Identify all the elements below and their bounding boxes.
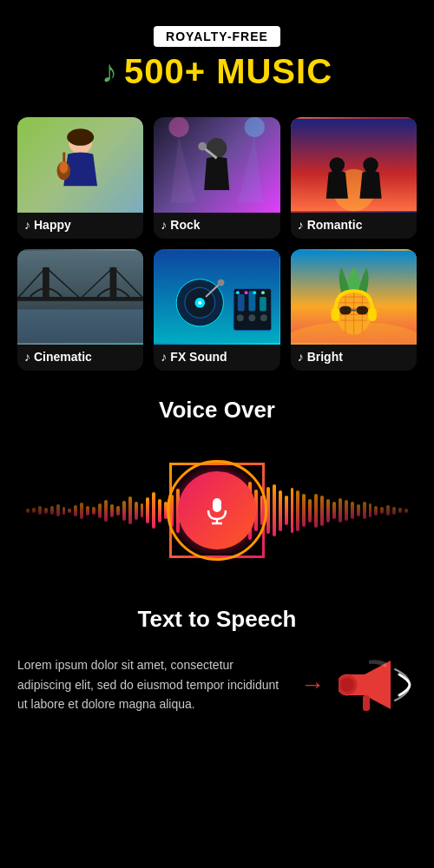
waveform-bar [380, 507, 384, 514]
music-grid: ♪ Happy ♪ Rock [0, 108, 434, 388]
waveform-bar [291, 488, 294, 533]
waveform-bar [164, 502, 168, 519]
svg-rect-53 [368, 308, 377, 322]
waveform-bar [345, 500, 348, 521]
svg-point-5 [169, 117, 189, 137]
waveform-bar [326, 499, 330, 523]
waveform-bar [279, 490, 282, 531]
svg-point-34 [237, 314, 244, 321]
svg-rect-16 [17, 297, 143, 301]
svg-point-36 [260, 314, 267, 321]
waveform-bar [285, 496, 288, 525]
music-card-happy[interactable]: ♪ Happy [17, 117, 143, 239]
svg-point-7 [207, 138, 227, 158]
svg-rect-17 [43, 267, 49, 299]
waveform-bar [135, 502, 138, 520]
waveform-bar [158, 499, 161, 523]
waveform-bar [152, 492, 155, 529]
waveform-bar [273, 484, 276, 536]
music-card-bright[interactable]: ♪ Bright [291, 249, 417, 371]
waveform-container [26, 441, 408, 580]
waveform-bar [32, 508, 36, 513]
card-label-romantic: ♪ Romantic [291, 213, 417, 239]
card-label-rock: ♪ Rock [154, 213, 279, 239]
svg-rect-63 [363, 695, 370, 711]
card-art-rock [154, 117, 279, 213]
svg-point-37 [236, 291, 240, 294]
waveform-bar [392, 507, 396, 515]
waveform-bar [122, 501, 126, 521]
card-label-cinematic: ♪ Cinematic [17, 345, 143, 371]
waveform-bar [146, 497, 149, 523]
waveform-bar [128, 496, 132, 524]
waveform-bar [80, 503, 83, 519]
card-label-fxsound: ♪ FX Sound [154, 345, 279, 371]
waveform-bar [320, 496, 324, 526]
music-title: 500+ MUSIC [124, 52, 332, 91]
svg-point-27 [199, 301, 202, 305]
mic-button[interactable] [178, 471, 256, 549]
tts-title: Text to Speech [17, 606, 417, 633]
waveform-bar [363, 502, 366, 519]
waveform-bar [86, 506, 89, 516]
waveform-bar [56, 504, 60, 516]
waveform-bar [302, 494, 306, 527]
svg-point-13 [363, 157, 378, 172]
tts-body-text: Lorem ipsum dolor sit amet, consectetur … [17, 655, 286, 713]
music-note-icon: ♪ [102, 56, 117, 88]
waveform-bar [62, 507, 66, 515]
waveform-bar [308, 499, 312, 523]
arrow-icon: → [300, 671, 325, 699]
header-section: ROYALTY-FREE ♪ 500+ MUSIC [0, 0, 434, 108]
card-art-cinematic [17, 249, 143, 345]
tts-section: Text to Speech Lorem ipsum dolor sit ame… [0, 597, 434, 737]
voice-over-section: Voice Over [0, 388, 434, 580]
card-art-bright [291, 249, 417, 345]
megaphone-icon [339, 650, 417, 720]
waveform-bar [104, 500, 108, 522]
waveform-bar [98, 503, 102, 518]
waveform-bar [386, 505, 390, 516]
svg-point-4 [59, 161, 68, 174]
voice-over-title: Voice Over [17, 397, 417, 424]
megaphone-container [339, 650, 417, 720]
svg-rect-31 [238, 294, 245, 311]
svg-rect-55 [356, 306, 368, 315]
waveform-bar [50, 506, 54, 515]
waveform-bar [116, 506, 120, 516]
waveform-bar [141, 503, 144, 517]
waveform-bar [332, 502, 336, 519]
svg-point-6 [245, 117, 265, 137]
waveform-bar [68, 509, 71, 513]
waveform-bar [110, 504, 114, 517]
waveform-bar [266, 487, 270, 534]
waveform-bar [398, 508, 402, 513]
card-label-bright: ♪ Bright [291, 345, 417, 371]
card-art-happy [17, 117, 143, 213]
waveform-bar [351, 502, 354, 519]
svg-point-35 [249, 314, 256, 321]
music-card-fxsound[interactable]: ♪ FX Sound [154, 249, 279, 371]
card-label-happy: ♪ Happy [17, 213, 143, 239]
waveform-bar [404, 509, 408, 513]
waveform-bar [44, 508, 48, 514]
music-card-rock[interactable]: ♪ Rock [154, 117, 279, 239]
music-card-romantic[interactable]: ♪ Romantic [291, 117, 417, 239]
waveform-bar [74, 505, 77, 516]
waveform-bar [26, 509, 30, 513]
waveform-bar [357, 504, 360, 516]
waveform-bar [374, 506, 378, 516]
svg-rect-52 [331, 308, 339, 322]
svg-rect-57 [213, 498, 221, 512]
card-art-fxsound [154, 249, 279, 345]
waveform-bar [296, 490, 299, 531]
svg-point-1 [67, 128, 94, 145]
svg-point-38 [245, 291, 248, 294]
svg-point-39 [253, 291, 257, 294]
music-card-cinematic[interactable]: ♪ Cinematic [17, 249, 143, 371]
svg-point-12 [329, 157, 344, 172]
svg-point-40 [261, 291, 265, 294]
mic-circle-outer[interactable] [169, 463, 265, 558]
tts-content: Lorem ipsum dolor sit amet, consectetur … [17, 650, 417, 720]
waveform-bar [38, 506, 42, 515]
